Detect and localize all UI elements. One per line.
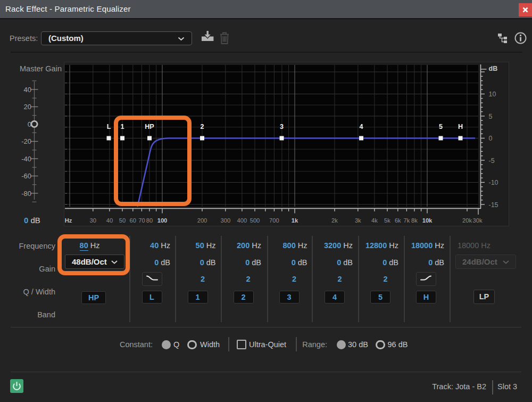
- svg-text:Hz: Hz: [65, 217, 72, 224]
- svg-text:20k: 20k: [462, 217, 472, 224]
- svg-text:50: 50: [119, 217, 126, 224]
- svg-text:200: 200: [197, 217, 207, 224]
- svg-text:60: 60: [130, 217, 136, 224]
- svg-text:3: 3: [280, 123, 284, 130]
- svg-text:100: 100: [157, 217, 168, 224]
- svg-text:5: 5: [439, 123, 443, 130]
- svg-text:4: 4: [359, 123, 363, 130]
- svg-text:10k: 10k: [422, 217, 433, 224]
- svg-text:5k: 5k: [384, 217, 390, 224]
- svg-text:7k: 7k: [403, 217, 410, 224]
- svg-text:30k: 30k: [472, 217, 482, 224]
- svg-text:80: 80: [146, 217, 153, 224]
- svg-text:1k: 1k: [292, 217, 298, 224]
- svg-text:4k: 4k: [371, 217, 378, 224]
- svg-text:400: 400: [237, 217, 247, 224]
- svg-text:2k: 2k: [331, 217, 338, 224]
- svg-text:0: 0: [489, 135, 493, 142]
- svg-text:5: 5: [489, 113, 493, 120]
- svg-text:dB: dB: [489, 65, 498, 72]
- svg-text:700: 700: [269, 217, 279, 224]
- svg-text:3k: 3k: [355, 217, 361, 224]
- svg-text:10: 10: [489, 91, 496, 98]
- svg-text:70: 70: [138, 217, 145, 224]
- svg-text:H: H: [458, 123, 463, 130]
- svg-text:2: 2: [200, 123, 204, 130]
- svg-text:6k: 6k: [395, 217, 401, 224]
- svg-text:8k: 8k: [411, 217, 418, 224]
- svg-text:30: 30: [90, 217, 96, 224]
- svg-text:40: 40: [106, 217, 113, 224]
- svg-text:L: L: [107, 123, 111, 130]
- svg-text:300: 300: [220, 217, 230, 224]
- svg-text:500: 500: [250, 217, 260, 224]
- svg-text:-15: -15: [489, 201, 498, 209]
- svg-text:-5: -5: [489, 157, 495, 165]
- svg-text:-10: -10: [489, 179, 498, 186]
